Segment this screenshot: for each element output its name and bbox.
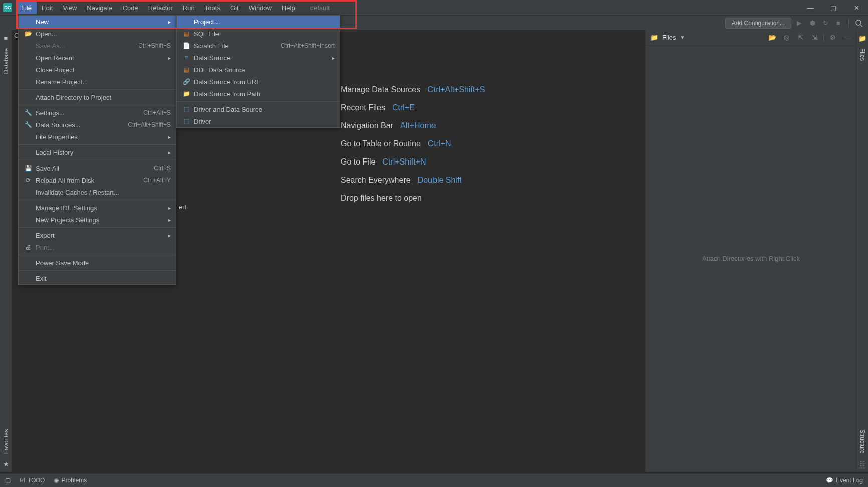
menu-file[interactable]: File — [16, 2, 37, 14]
submenu-scratch-file[interactable]: 📄Scratch FileCtrl+Alt+Shift+Insert — [177, 40, 340, 52]
svg-line-1 — [860, 25, 862, 27]
welcome-shortcut: Alt+Home — [400, 121, 436, 130]
menu-new-projects-settings[interactable]: New Projects Settings▸ — [19, 214, 176, 226]
submenu-ddl-data-source[interactable]: ▦DDL Data Source — [177, 64, 340, 76]
menu-save-as[interactable]: Save As...Ctrl+Shift+S — [19, 40, 176, 52]
menu-data-sources[interactable]: 🔧Data Sources...Ctrl+Alt+Shift+S — [19, 119, 176, 131]
reload-icon: ⟳ — [24, 177, 33, 184]
menu-code[interactable]: Code — [118, 2, 143, 14]
submenu-driver[interactable]: ⬚Driver — [177, 115, 340, 127]
welcome-text: Go to File — [341, 157, 375, 167]
target-icon[interactable]: ◎ — [781, 33, 791, 43]
chevron-down-icon[interactable]: ▼ — [680, 35, 685, 40]
menu-rename-project[interactable]: Rename Project... — [19, 76, 176, 88]
print-icon: 🖨 — [24, 244, 33, 251]
hide-icon[interactable]: — — [842, 33, 852, 43]
new-submenu-dropdown: Project... ▦SQL File 📄Scratch FileCtrl+A… — [176, 15, 340, 128]
menu-local-history[interactable]: Local History▸ — [19, 146, 176, 158]
menu-new[interactable]: New▸ — [19, 16, 176, 28]
menu-settings[interactable]: 🔧Settings...Ctrl+Alt+S — [19, 107, 176, 119]
files-tool-button[interactable]: Files — [859, 44, 866, 65]
files-rail-icon[interactable]: 📁 — [858, 34, 866, 42]
submenu-driver-ds[interactable]: ⬚Driver and Data Source — [177, 103, 340, 115]
driver-icon: ⬚ — [182, 118, 191, 125]
submenu-data-source[interactable]: ≡Data Source▸ — [177, 52, 340, 64]
menu-invalidate[interactable]: Invalidate Caches / Restart... — [19, 186, 176, 198]
menu-open[interactable]: 📂Open... — [19, 28, 176, 40]
favorites-tool-button[interactable]: Favorites — [3, 425, 10, 458]
maximize-button[interactable]: ▢ — [822, 0, 845, 15]
welcome-shortcut: Double Shift — [418, 176, 462, 185]
files-panel-title: Files — [662, 34, 676, 41]
files-panel-header: 📁 Files ▼ 📂 ◎ ⇱ ⇲ ⚙ — — [646, 30, 856, 45]
menu-exit[interactable]: Exit — [19, 272, 176, 284]
welcome-text: Manage Data Sources — [341, 85, 420, 94]
todo-tool-button[interactable]: ☑TODO — [20, 477, 45, 484]
menu-run[interactable]: Run — [178, 2, 200, 14]
menu-help[interactable]: Help — [277, 2, 300, 14]
debug-icon[interactable]: ⬢ — [807, 18, 817, 28]
welcome-text: Navigation Bar — [341, 121, 393, 130]
welcome-shortcut: Ctrl+N — [428, 139, 451, 148]
bottom-toggle-icon[interactable]: ▢ — [5, 477, 11, 484]
submenu-ds-path[interactable]: 📁Data Source from Path — [177, 88, 340, 100]
gear-icon[interactable]: ⚙ — [828, 33, 838, 43]
menu-reload[interactable]: ⟳Reload All from DiskCtrl+Alt+Y — [19, 174, 176, 186]
stop-icon[interactable]: ■ — [833, 18, 843, 28]
open-folder-icon[interactable]: 📂 — [767, 33, 777, 43]
menu-git[interactable]: Git — [225, 2, 244, 14]
menu-tools[interactable]: Tools — [200, 2, 225, 14]
close-button[interactable]: ✕ — [845, 0, 868, 15]
window-controls: — ▢ ✕ — [799, 0, 868, 15]
menu-print[interactable]: 🖨Print... — [19, 241, 176, 253]
structure-icon: ☷ — [858, 460, 866, 468]
welcome-shortcut: Ctrl+Shift+N — [382, 157, 426, 167]
project-label: default — [310, 4, 330, 12]
menu-refactor[interactable]: Refactor — [143, 2, 178, 14]
problems-tool-button[interactable]: ◉Problems — [54, 477, 87, 484]
circle-icon: ◉ — [54, 477, 59, 484]
menu-close-project[interactable]: Close Project — [19, 64, 176, 76]
menu-save-all[interactable]: 💾Save AllCtrl+S — [19, 162, 176, 174]
menu-navigate[interactable]: Navigate — [82, 2, 117, 14]
menu-power-save[interactable]: Power Save Mode — [19, 257, 176, 269]
ddl-icon: ▦ — [182, 66, 191, 73]
welcome-text: Search Everywhere — [341, 176, 411, 185]
search-icon[interactable] — [854, 18, 864, 28]
sql-file-icon: ▦ — [182, 30, 191, 37]
behind-text: ert — [179, 203, 186, 211]
files-icon: 📁 — [650, 34, 658, 41]
left-tool-rail: ≡ Database Favorites ★ — [0, 30, 12, 472]
database-rail-icon[interactable]: ≡ — [2, 34, 10, 42]
folder-icon: 📁 — [182, 90, 191, 97]
menu-open-recent[interactable]: Open Recent▸ — [19, 52, 176, 64]
wrench-icon: 🔧 — [24, 109, 33, 116]
files-panel-body[interactable]: Attach Directories with Right Click — [646, 45, 856, 472]
menu-view[interactable]: View — [58, 2, 82, 14]
collapse-icon[interactable]: ⇲ — [809, 33, 819, 43]
menu-export[interactable]: Export▸ — [19, 229, 176, 241]
menu-window[interactable]: Window — [244, 2, 277, 14]
menu-file-properties[interactable]: File Properties▸ — [19, 131, 176, 143]
status-bar: ▢ ☑TODO ◉Problems 💬Event Log — [0, 473, 868, 487]
welcome-text: Go to Table or Routine — [341, 139, 421, 148]
structure-tool-button[interactable]: Structure — [859, 425, 866, 458]
rerun-icon[interactable]: ↻ — [820, 18, 830, 28]
expand-icon[interactable]: ⇱ — [795, 33, 805, 43]
submenu-ds-url[interactable]: 🔗Data Source from URL — [177, 76, 340, 88]
menu-attach-directory[interactable]: Attach Directory to Project — [19, 91, 176, 103]
run-icon[interactable]: ▶ — [794, 18, 804, 28]
menu-edit[interactable]: Edit — [37, 2, 58, 14]
add-configuration-button[interactable]: Add Configuration... — [725, 18, 791, 29]
database-tool-button[interactable]: Database — [3, 44, 10, 78]
app-icon: DG — [3, 3, 12, 12]
folder-icon: 📂 — [24, 30, 33, 37]
database-icon: ≡ — [182, 54, 191, 61]
menu-manage-ide[interactable]: Manage IDE Settings▸ — [19, 202, 176, 214]
star-icon: ★ — [2, 460, 10, 468]
event-log-button[interactable]: 💬Event Log — [826, 477, 863, 484]
minimize-button[interactable]: — — [799, 0, 822, 15]
wrench-icon: 🔧 — [24, 121, 33, 128]
submenu-sql-file[interactable]: ▦SQL File — [177, 28, 340, 40]
submenu-project[interactable]: Project... — [177, 16, 340, 28]
